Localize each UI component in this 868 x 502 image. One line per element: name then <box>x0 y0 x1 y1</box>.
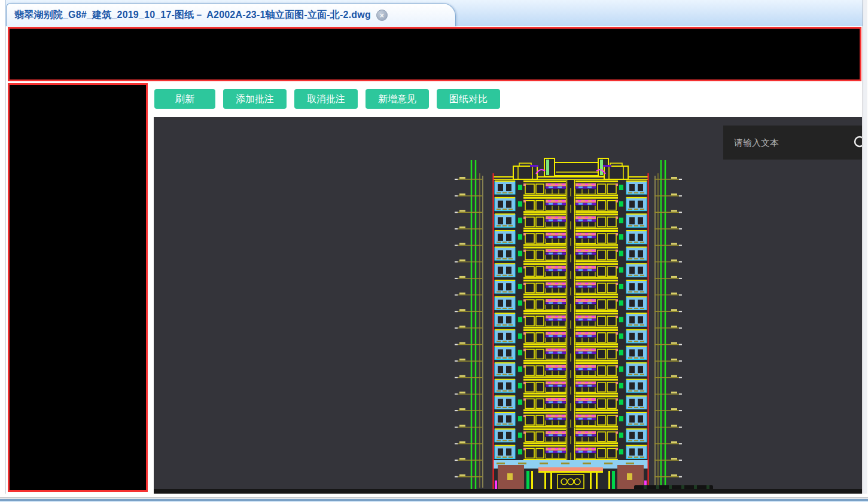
drawing-tab[interactable]: 翡翠湖别院_G8#_建筑_2019_10_17-图纸－ A2002A-23-1轴… <box>6 3 456 26</box>
compare-drawings-button[interactable]: 图纸对比 <box>437 89 500 109</box>
search-box <box>723 126 862 160</box>
window-left-edge <box>5 26 6 498</box>
canvas-bottom-scrollbar[interactable] <box>154 489 862 494</box>
close-icon[interactable]: ✕ <box>376 10 388 21</box>
add-annotation-button[interactable]: 添加批注 <box>223 89 287 109</box>
app-window: 翡翠湖别院_G8#_建筑_2019_10_17-图纸－ A2002A-23-1轴… <box>0 0 868 502</box>
redacted-sidebar-panel <box>8 83 148 492</box>
window-bottom-edge <box>0 494 868 502</box>
tab-bar: 翡翠湖别院_G8#_建筑_2019_10_17-图纸－ A2002A-23-1轴… <box>0 0 868 26</box>
cancel-annotation-button[interactable]: 取消批注 <box>294 89 358 109</box>
add-comment-button[interactable]: 新增意见 <box>366 89 429 109</box>
window-right-edge <box>863 0 868 502</box>
drawing-canvas[interactable] <box>154 117 862 494</box>
search-input[interactable] <box>723 137 853 148</box>
refresh-button[interactable]: 刷新 <box>154 89 215 109</box>
cad-elevation-drawing <box>455 155 682 490</box>
redacted-header-panel <box>8 27 861 81</box>
toolbar: 刷新 添加批注 取消批注 新增意见 图纸对比 <box>154 89 500 109</box>
tab-title: 翡翠湖别院_G8#_建筑_2019_10_17-图纸－ A2002A-23-1轴… <box>14 9 371 22</box>
